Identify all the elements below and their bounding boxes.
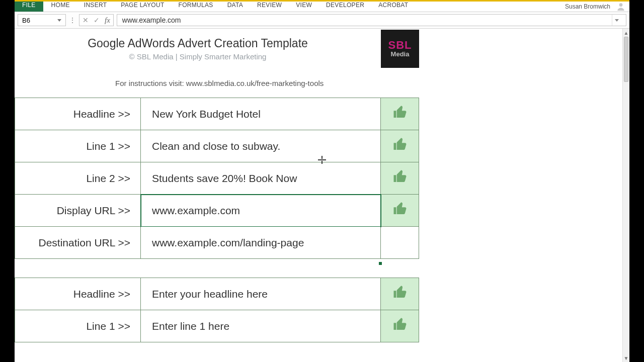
worksheet[interactable]: Google AdWords Advert Creation Template … xyxy=(15,29,622,362)
label2-line1: Line 1 >> xyxy=(15,310,141,342)
cell-destination-url[interactable]: www.example.com/landing-page xyxy=(141,227,381,259)
tab-page-layout[interactable]: PAGE LAYOUT xyxy=(114,2,171,12)
cancel-icon[interactable]: ✕ xyxy=(83,16,89,24)
tab-formulas[interactable]: FORMULAS xyxy=(172,2,220,12)
status-destination-url xyxy=(381,227,419,259)
row2-line1: Line 1 >> Enter line 1 here xyxy=(15,310,419,342)
row-headline: Headline >> New York Budget Hotel xyxy=(15,98,419,130)
signed-in-user: Susan Bromwich xyxy=(565,3,614,10)
scroll-track[interactable] xyxy=(623,37,629,354)
tab-developer[interactable]: DEVELOPER xyxy=(319,2,371,12)
label-destination-url: Destination URL >> xyxy=(15,227,141,259)
logo-text-1: SBL xyxy=(388,40,412,51)
scroll-down-icon[interactable]: ▼ xyxy=(623,354,629,362)
cell2-line1[interactable]: Enter line 1 here xyxy=(141,310,381,342)
fill-handle[interactable] xyxy=(379,262,382,265)
label-line2: Line 2 >> xyxy=(15,162,141,195)
fx-icon[interactable]: fx xyxy=(105,16,110,25)
document: Google AdWords Advert Creation Template … xyxy=(15,30,419,342)
tab-review[interactable]: REVIEW xyxy=(250,2,289,12)
scroll-up-icon[interactable]: ▲ xyxy=(623,29,629,37)
tab-data[interactable]: DATA xyxy=(220,2,250,12)
ribbon-tabs: FILE HOME INSERT PAGE LAYOUT FORMULAS DA… xyxy=(15,2,629,12)
cell-display-url[interactable]: www.example.com xyxy=(141,195,381,227)
worksheet-area: Google AdWords Advert Creation Template … xyxy=(15,29,629,362)
user-avatar-icon[interactable] xyxy=(614,2,627,12)
name-box-dropdown-icon[interactable] xyxy=(57,19,61,22)
status2-line1 xyxy=(381,310,419,342)
name-box[interactable]: B6 xyxy=(18,14,66,26)
active-cell-ref: B6 xyxy=(22,17,30,24)
tab-acrobat[interactable]: ACROBAT xyxy=(371,2,415,12)
tab-insert[interactable]: INSERT xyxy=(77,2,114,12)
cell2-headline[interactable]: Enter your headline here xyxy=(141,278,381,310)
formula-bar-splitter[interactable]: ⋮ xyxy=(69,14,76,26)
row-line2: Line 2 >> Students save 20%! Book Now xyxy=(15,162,419,195)
vertical-scrollbar[interactable]: ▲ ▼ xyxy=(622,29,629,362)
app-window: FILE HOME INSERT PAGE LAYOUT FORMULAS DA… xyxy=(15,0,629,362)
row2-headline: Headline >> Enter your headline here xyxy=(15,278,419,310)
status-headline xyxy=(381,98,419,130)
doc-title: Google AdWords Advert Creation Template xyxy=(15,37,381,50)
label-line1: Line 1 >> xyxy=(15,130,141,162)
tab-view[interactable]: VIEW xyxy=(289,2,319,12)
svg-point-0 xyxy=(619,3,623,7)
cell-line2[interactable]: Students save 20%! Book Now xyxy=(141,162,381,195)
row-display-url: Display URL >> www.example.com xyxy=(15,195,419,227)
sbl-logo: SBL Media xyxy=(381,30,419,68)
formula-bar: B6 ⋮ ✕ ✓ fx www.example.com xyxy=(15,12,629,29)
status-line2 xyxy=(381,162,419,195)
status-display-url xyxy=(381,195,419,227)
ad-fields-table-1: Headline >> New York Budget Hotel Line 1… xyxy=(15,98,419,342)
label2-headline: Headline >> xyxy=(15,278,141,310)
doc-subtitle: © SBL Media | Simply Smarter Marketing xyxy=(15,52,381,61)
label-display-url: Display URL >> xyxy=(15,195,141,227)
formula-value: www.example.com xyxy=(122,16,181,24)
logo-text-2: Media xyxy=(391,51,410,58)
label-headline: Headline >> xyxy=(15,98,141,130)
tab-home[interactable]: HOME xyxy=(44,2,77,12)
enter-icon[interactable]: ✓ xyxy=(94,16,100,24)
formula-input[interactable]: www.example.com xyxy=(117,14,626,26)
cell-line1[interactable]: Clean and close to subway. xyxy=(141,130,381,162)
row-line1: Line 1 >> Clean and close to subway. xyxy=(15,130,419,162)
cell-headline[interactable]: New York Budget Hotel xyxy=(141,98,381,130)
instructions-text: For instructions visit: www.sblmedia.co.… xyxy=(15,68,419,98)
row-destination-url: Destination URL >> www.example.com/landi… xyxy=(15,227,419,259)
status2-headline xyxy=(381,278,419,310)
formula-bar-expand-icon[interactable] xyxy=(612,15,621,26)
scroll-thumb[interactable] xyxy=(624,37,628,82)
formula-bar-buttons: ✕ ✓ fx xyxy=(79,14,114,26)
tab-file[interactable]: FILE xyxy=(15,2,43,12)
spacer-row xyxy=(15,259,419,278)
status-line1 xyxy=(381,130,419,162)
